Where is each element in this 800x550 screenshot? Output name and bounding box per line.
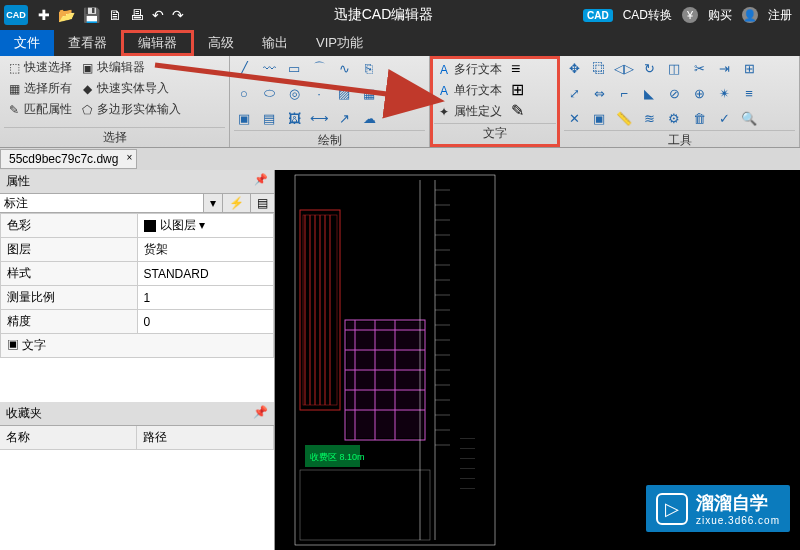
region-icon[interactable]: ▦	[359, 83, 379, 103]
redo-icon[interactable]: ↷	[172, 7, 184, 23]
saveas-icon[interactable]: 🗎	[108, 7, 122, 23]
color-swatch-icon	[144, 220, 156, 232]
offset-icon[interactable]: ◫	[664, 58, 684, 78]
scale-icon[interactable]: ⤢	[564, 83, 584, 103]
text-style-icon[interactable]: ≡	[511, 60, 524, 78]
chamfer-icon[interactable]: ◣	[639, 83, 659, 103]
fav-pin-icon[interactable]: 📌	[253, 405, 268, 422]
tab-output[interactable]: 输出	[248, 30, 302, 56]
purge-icon[interactable]: 🗑	[689, 108, 709, 128]
circle-icon[interactable]: ○	[234, 83, 254, 103]
svg-rect-23	[300, 470, 430, 540]
table-row: ▣ 文字	[1, 334, 274, 358]
properties-title: 属性	[6, 173, 30, 190]
mirror-icon[interactable]: ◁▷	[614, 58, 634, 78]
table-icon[interactable]: ▤	[259, 108, 279, 128]
erase-icon[interactable]: ✕	[564, 108, 584, 128]
block-insert-icon[interactable]: ▣	[234, 108, 254, 128]
brush-icon: ✎	[6, 102, 22, 118]
quick-select-button[interactable]: ⬚快速选择	[4, 58, 74, 77]
trim-icon[interactable]: ✂	[689, 58, 709, 78]
favorites-title: 收藏夹	[6, 405, 42, 422]
close-tab-icon[interactable]: ×	[127, 152, 133, 163]
svg-text:———: ———	[460, 475, 475, 481]
multiline-text-button[interactable]: A多行文本	[434, 60, 504, 79]
object-type-combo[interactable]	[0, 194, 203, 212]
measure-icon[interactable]: 📏	[614, 108, 634, 128]
audit-icon[interactable]: ✓	[714, 108, 734, 128]
watermark-url: zixue.3d66.com	[696, 515, 780, 526]
point-icon[interactable]: ·	[309, 83, 329, 103]
break-icon[interactable]: ⊘	[664, 83, 684, 103]
undo-icon[interactable]: ↶	[152, 7, 164, 23]
attr-def-button[interactable]: ✦属性定义	[434, 102, 504, 121]
tab-file[interactable]: 文件	[0, 30, 54, 56]
select-all-button[interactable]: ▦选择所有	[4, 79, 74, 98]
print-icon[interactable]: 🖶	[130, 7, 144, 23]
join-icon[interactable]: ⊕	[689, 83, 709, 103]
align-icon[interactable]: ≡	[739, 83, 759, 103]
quick-solid-import-button[interactable]: ◆快速实体导入	[77, 79, 183, 98]
rotate-icon[interactable]: ↻	[639, 58, 659, 78]
singleline-text-button[interactable]: A单行文本	[434, 81, 504, 100]
buy-button[interactable]: 购买	[708, 7, 732, 24]
stretch-icon[interactable]: ⇔	[589, 83, 609, 103]
find-icon[interactable]: 🔍	[739, 108, 759, 128]
image-icon[interactable]: 🖼	[284, 108, 304, 128]
cad-convert-button[interactable]: CAD转换	[623, 7, 672, 24]
text-icon: A	[436, 83, 452, 99]
register-button[interactable]: 注册	[768, 7, 792, 24]
line-icon[interactable]: ╱	[234, 58, 254, 78]
coin-icon: ¥	[682, 7, 698, 23]
move-icon[interactable]: ✥	[564, 58, 584, 78]
combo-filter-icon[interactable]: ⚡	[222, 194, 250, 212]
tab-advanced[interactable]: 高级	[194, 30, 248, 56]
cursor-icon: ⬚	[6, 60, 22, 76]
text-edit-icon[interactable]: ✎	[511, 101, 524, 120]
match-prop-button[interactable]: ✎匹配属性	[4, 100, 74, 119]
combo-pick-icon[interactable]: ▤	[250, 194, 274, 212]
open-icon[interactable]: 📂	[58, 7, 75, 23]
leader-icon[interactable]: ↗	[334, 108, 354, 128]
pin-icon[interactable]: 📌	[254, 173, 268, 190]
document-tab[interactable]: 55cd9bec79c7c.dwg ×	[0, 149, 137, 169]
col-name[interactable]: 名称	[0, 426, 137, 449]
props-icon[interactable]: ⚙	[664, 108, 684, 128]
extend-icon[interactable]: ⇥	[714, 58, 734, 78]
donut-icon[interactable]: ◎	[284, 83, 304, 103]
table-row: 样式STANDARD	[1, 262, 274, 286]
dim-icon[interactable]: ⟷	[309, 108, 329, 128]
block-editor-button[interactable]: ▣块编辑器	[77, 58, 183, 77]
tab-vip[interactable]: VIP功能	[302, 30, 377, 56]
text-align-icon[interactable]: ⊞	[511, 80, 524, 99]
tab-viewer[interactable]: 查看器	[54, 30, 121, 56]
document-filename: 55cd9bec79c7c.dwg	[9, 152, 118, 166]
group-icon[interactable]: ▣	[589, 108, 609, 128]
cloud-icon[interactable]: ☁	[359, 108, 379, 128]
hatch-icon[interactable]: ▨	[334, 83, 354, 103]
copy-icon[interactable]: ⿻	[589, 58, 609, 78]
col-path[interactable]: 路径	[137, 426, 274, 449]
spline-icon[interactable]: ∿	[334, 58, 354, 78]
table-row: 色彩以图层 ▾	[1, 214, 274, 238]
rect-icon[interactable]: ▭	[284, 58, 304, 78]
combo-dropdown-icon[interactable]: ▾	[203, 194, 222, 212]
insert-icon[interactable]: ⎘	[359, 58, 379, 78]
array-icon[interactable]: ⊞	[739, 58, 759, 78]
save-icon[interactable]: 💾	[83, 7, 100, 23]
group-label-draw: 绘制	[234, 130, 425, 150]
layer-icon[interactable]: ≋	[639, 108, 659, 128]
mtext-icon: A	[436, 62, 452, 78]
explode-icon[interactable]: ✴	[714, 83, 734, 103]
arc-icon[interactable]: ⌒	[309, 58, 329, 78]
ellipse-icon[interactable]: ⬭	[259, 83, 279, 103]
svg-text:———: ———	[460, 485, 475, 491]
tab-editor[interactable]: 编辑器	[121, 30, 194, 56]
fillet-icon[interactable]: ⌐	[614, 83, 634, 103]
poly-solid-input-button[interactable]: ⬠多边形实体输入	[77, 100, 183, 119]
watermark-play-icon: ▷	[656, 493, 688, 525]
new-icon[interactable]: ✚	[38, 7, 50, 23]
attr-icon: ✦	[436, 104, 452, 120]
polyline-icon[interactable]: 〰	[259, 58, 279, 78]
group-label-text: 文字	[434, 123, 556, 143]
